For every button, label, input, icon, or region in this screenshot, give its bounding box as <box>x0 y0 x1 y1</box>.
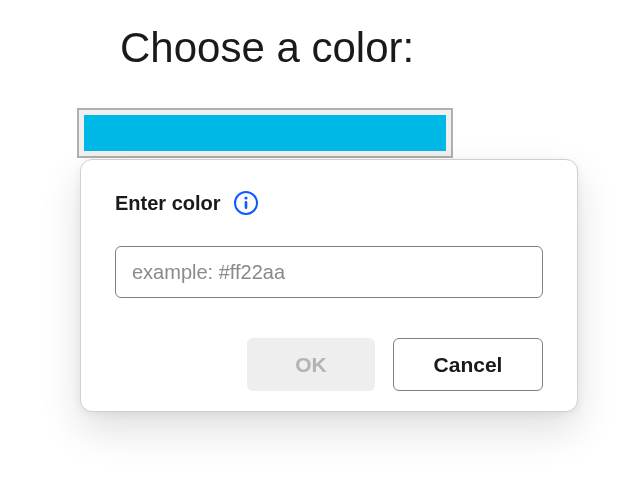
info-icon[interactable] <box>233 190 259 216</box>
ok-button[interactable]: OK <box>247 338 375 391</box>
page-title: Choose a color: <box>0 0 635 72</box>
color-input-dialog: Enter color OK Cancel <box>80 159 578 412</box>
dialog-title: Enter color <box>115 192 221 215</box>
dialog-header: Enter color <box>115 190 543 216</box>
svg-rect-2 <box>244 201 247 209</box>
cancel-button[interactable]: Cancel <box>393 338 543 391</box>
dialog-button-row: OK Cancel <box>115 338 543 391</box>
color-swatch[interactable] <box>77 108 453 158</box>
color-input[interactable] <box>115 246 543 298</box>
svg-point-1 <box>244 196 247 199</box>
color-swatch-fill <box>84 115 446 151</box>
